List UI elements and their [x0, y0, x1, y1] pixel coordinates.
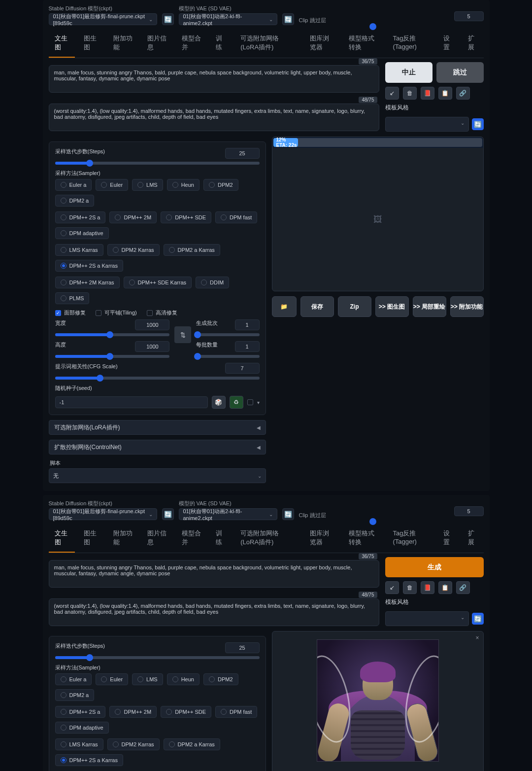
- sampler-option[interactable]: DPM2: [203, 673, 238, 685]
- sampler-option[interactable]: DPM adaptive: [55, 227, 109, 239]
- style-select[interactable]: ⌄: [385, 117, 469, 132]
- sampler-option[interactable]: DPM2 Karras: [107, 244, 160, 256]
- sampler-option[interactable]: DPM2 a Karras: [164, 244, 220, 256]
- tab-lora[interactable]: 可选附加网络(LoRA插件): [234, 525, 300, 553]
- swap-dimensions-button[interactable]: ⇅: [174, 326, 191, 343]
- vae-refresh-button[interactable]: 🔄: [282, 508, 294, 520]
- batch-size-value[interactable]: 1: [235, 341, 260, 352]
- sampler-option[interactable]: Euler a: [55, 673, 92, 685]
- sampler-option[interactable]: Euler: [96, 673, 128, 685]
- dice-icon[interactable]: 🎲: [212, 396, 226, 409]
- paste-prompt-icon[interactable]: ↙: [385, 581, 399, 594]
- tab-pnginfo[interactable]: 图片信息: [141, 525, 173, 553]
- recycle-icon[interactable]: ♻: [230, 396, 243, 409]
- sampler-option[interactable]: LMS: [132, 673, 163, 685]
- trash-icon[interactable]: 🗑: [403, 581, 417, 594]
- sampler-option[interactable]: DPM fast: [215, 706, 257, 718]
- send-img2img-button[interactable]: >> 图生图: [375, 296, 409, 317]
- height-value[interactable]: 1000: [135, 341, 169, 352]
- send-inpaint-button[interactable]: >> 局部重绘: [413, 296, 446, 317]
- paste-icon[interactable]: 📋: [438, 581, 452, 594]
- style-select[interactable]: ⌄: [385, 611, 469, 626]
- zip-button[interactable]: Zip: [338, 296, 371, 317]
- tab-img2img[interactable]: 图生图: [78, 30, 104, 58]
- ckpt-select[interactable]: 01[秋自带01]最后修剪-final-prune.ckpt [89d59c⌄: [49, 13, 157, 25]
- batch-count-value[interactable]: 1: [235, 319, 260, 330]
- cfg-slider[interactable]: [55, 377, 260, 380]
- sampler-option[interactable]: DPM2 a: [55, 689, 95, 701]
- tab-browser[interactable]: 图库浏览器: [304, 525, 340, 553]
- tab-txt2img[interactable]: 文生图: [49, 525, 75, 553]
- sampler-option[interactable]: LMS: [132, 179, 163, 191]
- tab-extras[interactable]: 附加功能: [107, 525, 139, 553]
- tab-tagger[interactable]: Tag反推(Tagger): [387, 525, 434, 553]
- clip-skip-value[interactable]: 5: [454, 506, 484, 516]
- sampler-option[interactable]: DPM2 a Karras: [164, 738, 220, 750]
- steps-value[interactable]: 25: [225, 148, 260, 159]
- positive-prompt-input[interactable]: man, male focus, stunning angry Thanos, …: [49, 560, 379, 588]
- tab-extras[interactable]: 附加功能: [107, 30, 139, 58]
- seed-extra-checkbox[interactable]: [247, 399, 253, 405]
- height-slider[interactable]: [55, 355, 170, 358]
- sampler-option[interactable]: DPM++ 2S a: [55, 211, 106, 223]
- sampler-option[interactable]: DPM++ SDE Karras: [124, 277, 192, 288]
- vae-select[interactable]: 01[秋自带01]动画2-kl-f8-anime2.ckpt⌄: [179, 13, 277, 25]
- tab-settings[interactable]: 设置: [437, 30, 459, 58]
- sampler-option[interactable]: Euler: [96, 179, 128, 191]
- skip-button[interactable]: 跳过: [436, 62, 484, 83]
- vae-select[interactable]: 01[秋自带01]动画2-kl-f8-anime2.ckpt⌄: [179, 508, 277, 520]
- clip-icon[interactable]: 🔗: [456, 581, 470, 594]
- tab-train[interactable]: 训练: [210, 525, 232, 553]
- batch-count-slider[interactable]: [196, 333, 259, 336]
- generate-button[interactable]: 生成: [385, 557, 484, 577]
- sampler-option[interactable]: DPM++ 2M: [109, 211, 157, 223]
- batch-size-slider[interactable]: [196, 355, 259, 358]
- ckpt-refresh-button[interactable]: 🔄: [162, 508, 174, 520]
- sampler-option[interactable]: Heun: [167, 179, 200, 191]
- paste-icon[interactable]: 📋: [438, 87, 452, 100]
- tab-txt2img[interactable]: 文生图: [49, 30, 75, 58]
- clip-skip-value[interactable]: 5: [454, 11, 484, 21]
- script-select[interactable]: 无⌄: [49, 468, 266, 483]
- open-folder-button[interactable]: 📁: [272, 296, 297, 317]
- sampler-option[interactable]: DPM++ SDE: [161, 706, 211, 718]
- tab-merge[interactable]: 模型合并: [176, 30, 207, 58]
- sampler-option[interactable]: Euler a: [55, 179, 92, 191]
- sampler-option[interactable]: LMS Karras: [55, 738, 103, 750]
- sampler-option[interactable]: DPM++ 2S a Karras: [55, 260, 123, 272]
- sampler-option[interactable]: DPM++ 2M: [109, 706, 157, 718]
- tab-convert[interactable]: 模型格式转换: [343, 525, 384, 553]
- sampler-option[interactable]: DPM2: [203, 179, 238, 191]
- tab-merge[interactable]: 模型合并: [176, 525, 207, 553]
- face-restore-checkbox[interactable]: ✓面部修复: [55, 309, 86, 316]
- tab-lora[interactable]: 可选附加网络(LoRA插件): [234, 30, 300, 58]
- sampler-option[interactable]: Heun: [167, 673, 200, 685]
- ckpt-select[interactable]: 01[秋自带01]最后修剪-final-prune.ckpt [89d59c⌄: [49, 508, 157, 520]
- paste-prompt-icon[interactable]: ↙: [385, 87, 399, 100]
- sampler-option[interactable]: DPM++ SDE: [161, 211, 211, 223]
- negative-prompt-input[interactable]: (worst quality:1.4), (low quality:1.4), …: [49, 104, 379, 131]
- width-value[interactable]: 1000: [135, 319, 169, 330]
- cfg-value[interactable]: 7: [225, 363, 260, 374]
- tab-convert[interactable]: 模型格式转换: [343, 30, 384, 58]
- width-slider[interactable]: [55, 333, 170, 336]
- tab-train[interactable]: 训练: [210, 30, 232, 58]
- vae-refresh-button[interactable]: 🔄: [282, 13, 294, 25]
- sampler-option[interactable]: DPM++ 2S a Karras: [55, 754, 123, 766]
- ckpt-refresh-button[interactable]: 🔄: [162, 13, 174, 25]
- sampler-option[interactable]: DPM++ 2M Karras: [55, 277, 120, 288]
- clip-icon[interactable]: 🔗: [456, 87, 470, 100]
- generated-image[interactable]: [272, 631, 483, 770]
- sampler-option[interactable]: DPM++ 2S a: [55, 706, 106, 718]
- seed-input[interactable]: -1: [55, 396, 208, 408]
- sampler-option[interactable]: PLMS: [55, 292, 90, 304]
- tab-tagger[interactable]: Tag反推(Tagger): [387, 30, 434, 58]
- tiling-checkbox[interactable]: 可平铺(Tiling): [96, 309, 137, 316]
- tab-extensions[interactable]: 扩展: [462, 525, 484, 553]
- sampler-option[interactable]: DPM fast: [215, 211, 257, 223]
- send-extras-button[interactable]: >> 附加功能: [450, 296, 484, 317]
- sampler-option[interactable]: DDIM: [196, 277, 229, 288]
- sampler-option[interactable]: LMS Karras: [55, 244, 103, 256]
- negative-prompt-input[interactable]: (worst quality:1.4), (low quality:1.4), …: [49, 598, 379, 626]
- positive-prompt-input[interactable]: man, male focus, stunning angry Thanos, …: [49, 65, 379, 93]
